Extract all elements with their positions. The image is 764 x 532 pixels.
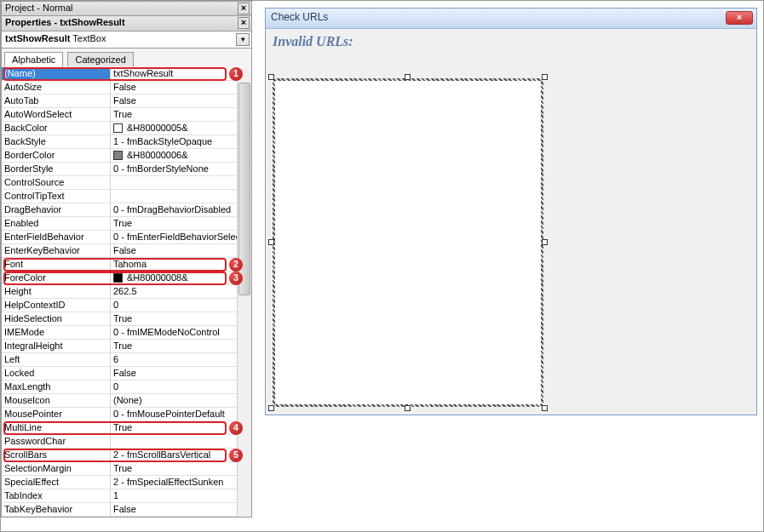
property-value[interactable]: 1 - fmBackStyleOpaque (111, 135, 251, 148)
userform-titlebar[interactable]: Check URLs × (266, 9, 756, 29)
resize-handle[interactable] (542, 74, 548, 80)
property-value[interactable]: 2 - fmSpecialEffectSunken (111, 476, 251, 489)
property-row[interactable]: HelpContextID0 (2, 299, 251, 312)
property-value[interactable]: False (111, 503, 251, 516)
close-icon[interactable]: × (726, 11, 753, 25)
close-icon[interactable]: × (238, 17, 250, 29)
property-value[interactable]: 0 (111, 299, 251, 312)
property-value[interactable]: False (111, 244, 251, 257)
color-swatch (113, 123, 123, 133)
property-row[interactable]: MaxLength0 (2, 380, 251, 394)
property-value[interactable]: &H80000005& (111, 122, 251, 134)
property-row[interactable]: BackStyle1 - fmBackStyleOpaque (2, 135, 251, 149)
property-row[interactable]: BorderColor&H80000006& (2, 149, 251, 163)
property-value[interactable] (111, 190, 251, 203)
resize-handle[interactable] (405, 74, 411, 80)
property-row[interactable]: MousePointer0 - fmMousePointerDefault (2, 408, 251, 421)
property-row[interactable]: AutoTabFalse (2, 94, 251, 108)
property-value[interactable]: True (111, 108, 251, 121)
property-value[interactable]: True (111, 312, 251, 325)
property-value[interactable]: True (111, 462, 251, 475)
property-value[interactable]: True (111, 217, 251, 230)
resize-handle[interactable] (268, 239, 274, 245)
chevron-down-icon[interactable]: ▾ (236, 33, 250, 46)
property-row[interactable]: ForeColor&H80000008& (2, 272, 251, 285)
property-row[interactable]: EnterKeyBehaviorFalse (2, 244, 251, 258)
property-row[interactable]: SpecialEffect2 - fmSpecialEffectSunken (2, 476, 251, 489)
property-row[interactable]: AutoWordSelectTrue (2, 108, 251, 122)
resize-handle[interactable] (405, 405, 411, 411)
property-name: AutoTab (2, 94, 111, 107)
property-value[interactable]: 262.5 (111, 285, 251, 298)
property-row[interactable]: TabKeyBehaviorFalse (2, 503, 251, 517)
resize-handle[interactable] (542, 405, 548, 411)
property-row[interactable]: ScrollBars2 - fmScrollBarsVertical (2, 449, 251, 462)
close-icon[interactable]: × (238, 3, 250, 14)
property-value[interactable]: (None) (111, 394, 251, 407)
tab-categorized[interactable]: Categorized (67, 52, 133, 66)
property-value[interactable]: txtShowResult (111, 67, 251, 80)
property-value[interactable]: False (111, 367, 251, 380)
property-row[interactable]: Left6 (2, 353, 251, 367)
property-value[interactable]: 0 - fmIMEModeNoControl (111, 326, 251, 339)
property-row[interactable]: (Name)txtShowResult (2, 67, 251, 81)
color-swatch (113, 273, 123, 283)
property-row[interactable]: LockedFalse (2, 367, 251, 380)
property-row[interactable]: IMEMode0 - fmIMEModeNoControl (2, 326, 251, 340)
property-row[interactable]: HideSelectionTrue (2, 312, 251, 326)
property-value[interactable]: Tahoma (111, 258, 251, 271)
scrollbar-thumb[interactable] (238, 83, 250, 295)
resize-handle[interactable] (268, 74, 274, 80)
property-value[interactable]: False (111, 94, 251, 107)
property-value[interactable]: 6 (111, 353, 251, 366)
object-type: TextBox (72, 33, 106, 43)
resize-handle[interactable] (542, 239, 548, 245)
property-value[interactable] (111, 435, 251, 448)
property-row[interactable]: Height262.5 (2, 285, 251, 299)
property-row[interactable]: ControlSource (2, 176, 251, 190)
property-name: BorderColor (2, 149, 111, 162)
property-value[interactable]: &H80000008& (111, 272, 251, 284)
scrollbar[interactable] (237, 67, 251, 517)
txtshowresult-control[interactable] (273, 78, 543, 407)
property-name: (Name) (2, 67, 111, 80)
property-row[interactable]: SelectionMarginTrue (2, 462, 251, 476)
property-row[interactable]: DragBehavior0 - fmDragBehaviorDisabled (2, 203, 251, 217)
property-name: MaxLength (2, 380, 111, 393)
userform-body[interactable]: Invalid URLs: (266, 29, 756, 415)
property-row[interactable]: TabIndex1 (2, 489, 251, 503)
property-value[interactable]: 0 - fmMousePointerDefault (111, 408, 251, 420)
userform-designer[interactable]: Check URLs × Invalid URLs: (265, 8, 757, 415)
property-name: AutoWordSelect (2, 108, 111, 121)
selection-border (270, 76, 546, 409)
property-name: MultiLine (2, 421, 111, 434)
property-value[interactable]: 0 - fmDragBehaviorDisabled (111, 203, 251, 216)
property-name: SpecialEffect (2, 476, 111, 489)
property-row[interactable]: FontTahoma (2, 258, 251, 272)
property-row[interactable]: ControlTipText (2, 190, 251, 203)
property-value[interactable]: False (111, 81, 251, 94)
property-row[interactable]: AutoSizeFalse (2, 81, 251, 94)
property-row[interactable]: MouseIcon(None) (2, 394, 251, 408)
tab-alphabetic[interactable]: Alphabetic (4, 52, 63, 67)
resize-handle[interactable] (268, 405, 274, 411)
property-value[interactable]: 0 - fmBorderStyleNone (111, 163, 251, 175)
property-row[interactable]: BorderStyle0 - fmBorderStyleNone (2, 163, 251, 176)
project-panel-title: Project - Normal (5, 3, 72, 13)
property-row[interactable]: BackColor&H80000005& (2, 122, 251, 135)
property-value[interactable]: True (111, 421, 251, 434)
property-value[interactable]: 0 - fmEnterFieldBehaviorSelec (111, 231, 251, 243)
property-value[interactable]: 2 - fmScrollBarsVertical (111, 449, 251, 461)
property-value[interactable]: 1 (111, 489, 251, 502)
property-row[interactable]: MultiLineTrue (2, 421, 251, 435)
property-row[interactable]: IntegralHeightTrue (2, 340, 251, 353)
property-row[interactable]: EnabledTrue (2, 217, 251, 231)
property-row[interactable]: EnterFieldBehavior0 - fmEnterFieldBehavi… (2, 231, 251, 244)
object-selector[interactable]: txtShowResult TextBox ▾ (1, 31, 252, 49)
property-value[interactable]: True (111, 340, 251, 352)
property-value[interactable]: &H80000006& (111, 149, 251, 162)
property-value[interactable]: 0 (111, 380, 251, 393)
property-row[interactable]: PasswordChar (2, 435, 251, 449)
property-value[interactable] (111, 176, 251, 189)
properties-panel-header: Properties - txtShowResult × (1, 16, 252, 31)
